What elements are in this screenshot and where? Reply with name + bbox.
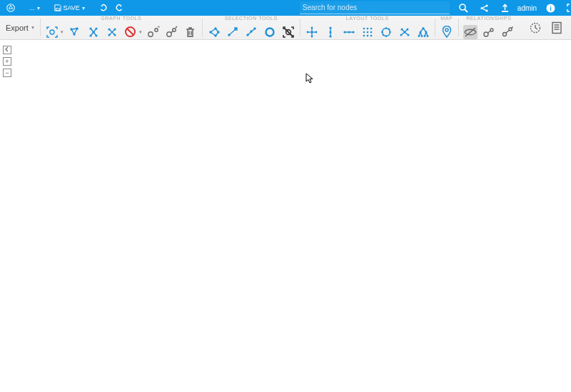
save-label: SAVE	[64, 4, 80, 11]
redo-icon	[115, 4, 123, 12]
svg-point-94	[388, 28, 390, 30]
show-relationships-button[interactable]	[482, 25, 496, 39]
svg-line-125	[505, 30, 509, 33]
svg-point-42	[167, 31, 171, 36]
delete-button[interactable]	[183, 25, 198, 39]
upload-button[interactable]	[498, 1, 512, 14]
group-label-layout-tools: LAYOUT TOOLS	[300, 16, 435, 21]
clear-graph-dropdown[interactable]: ▾	[139, 29, 142, 35]
user-label[interactable]: admin	[517, 4, 537, 12]
svg-line-29	[91, 32, 94, 36]
svg-text:i: i	[550, 4, 552, 11]
svg-line-30	[94, 32, 96, 36]
link-nodes-button[interactable]: +	[146, 25, 161, 39]
app-logo[interactable]	[4, 1, 17, 14]
fullscreen-icon	[567, 4, 571, 12]
svg-line-53	[216, 29, 218, 32]
group-nodes-button[interactable]	[105, 25, 119, 39]
svg-point-91	[389, 31, 391, 33]
hide-relationships-icon	[463, 26, 477, 38]
select-neighbors-button[interactable]	[244, 25, 258, 39]
svg-line-52	[211, 32, 216, 36]
info-icon: i	[546, 4, 555, 13]
svg-rect-9	[502, 11, 508, 12]
svg-line-7	[482, 6, 485, 7]
fit-to-screen-button[interactable]	[45, 25, 59, 39]
svg-point-2	[460, 4, 465, 10]
layout-hierarchical-icon	[417, 26, 430, 39]
svg-line-64	[284, 28, 293, 36]
group-label-map: MAP	[435, 16, 458, 21]
export-label: Export	[6, 24, 29, 32]
edit-node-icon	[166, 26, 178, 39]
redo-button[interactable]	[113, 1, 126, 14]
layout-grid-button[interactable]	[360, 25, 375, 39]
lasso-select-button[interactable]	[263, 25, 277, 39]
svg-point-93	[381, 31, 383, 33]
svg-text:+: +	[157, 26, 160, 30]
properties-panel-button[interactable]	[550, 21, 564, 35]
svg-line-115	[420, 32, 422, 36]
timeline-button[interactable]	[528, 21, 542, 35]
svg-line-126	[511, 26, 512, 28]
fit-to-screen-icon	[46, 26, 59, 39]
save-button[interactable]: SAVE ▾	[52, 1, 87, 14]
layout-grid-icon	[361, 26, 374, 39]
search-submit-button[interactable]	[457, 1, 470, 14]
layout-force-button[interactable]	[398, 25, 412, 39]
share-button[interactable]	[477, 1, 491, 14]
info-button[interactable]: i	[544, 1, 557, 14]
svg-line-101	[402, 29, 405, 32]
svg-line-102	[405, 29, 408, 32]
svg-line-112	[420, 28, 423, 32]
select-neighbors-icon	[245, 26, 258, 39]
svg-point-81	[366, 27, 368, 29]
edit-node-button[interactable]	[165, 25, 179, 39]
trash-icon	[185, 26, 196, 38]
group-relationships: RELATIONSHIPS	[459, 16, 519, 39]
group-nodes-icon	[106, 26, 118, 39]
expand-node-icon	[87, 26, 100, 39]
fullscreen-button[interactable]	[565, 1, 571, 14]
clear-graph-button[interactable]	[123, 25, 138, 39]
svg-point-120	[484, 32, 488, 36]
svg-line-27	[91, 29, 94, 32]
group-label-graph-tools: GRAPH TOOLS	[41, 16, 202, 21]
svg-line-103	[401, 32, 405, 35]
layout-hierarchical-button[interactable]	[416, 25, 430, 39]
svg-line-21	[71, 29, 74, 34]
group-map: MAP	[435, 16, 458, 39]
expand-node-button[interactable]	[86, 25, 101, 39]
svg-point-80	[363, 27, 365, 29]
search-icon	[459, 4, 468, 13]
layout-radial-button[interactable]	[305, 25, 319, 39]
add-node-button[interactable]	[68, 25, 82, 39]
layout-circular-button[interactable]	[379, 25, 393, 39]
share-icon	[480, 4, 489, 13]
layout-horizontal-button[interactable]	[342, 25, 356, 39]
fit-to-screen-dropdown[interactable]: ▾	[61, 29, 64, 35]
properties-panel-icon	[551, 21, 562, 34]
timeline-icon	[529, 21, 542, 34]
svg-point-83	[363, 31, 365, 33]
select-connected-button[interactable]	[207, 25, 221, 39]
select-path-icon	[226, 26, 239, 39]
svg-line-61	[248, 29, 255, 35]
map-pin-button[interactable]	[440, 25, 454, 39]
graph-canvas[interactable]	[0, 40, 571, 392]
file-menu-button[interactable]: ...▾	[27, 1, 42, 14]
edit-relationship-button[interactable]	[500, 25, 515, 39]
undo-button[interactable]	[97, 1, 110, 14]
edit-relationship-icon	[501, 26, 514, 39]
hide-relationships-button[interactable]	[463, 25, 477, 39]
export-button[interactable]: Export ▾	[0, 16, 40, 39]
svg-point-86	[363, 34, 365, 36]
deselect-all-button[interactable]	[281, 25, 295, 39]
svg-point-62	[266, 28, 273, 36]
svg-point-84	[366, 31, 368, 33]
search-input[interactable]	[300, 1, 450, 14]
svg-line-28	[94, 29, 96, 32]
layout-vertical-button[interactable]	[323, 25, 338, 39]
select-path-button[interactable]	[226, 25, 240, 39]
svg-line-122	[487, 31, 490, 33]
